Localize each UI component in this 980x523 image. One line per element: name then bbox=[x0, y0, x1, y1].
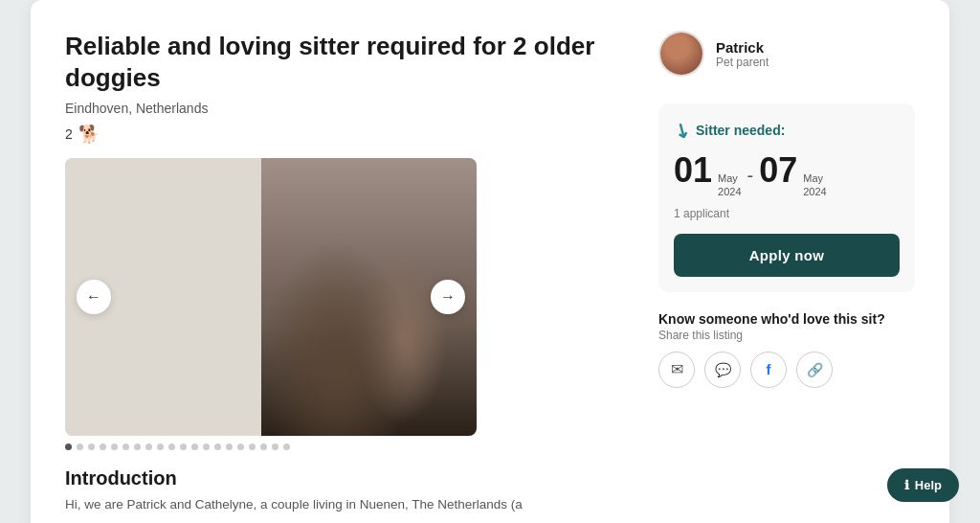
email-icon: ✉ bbox=[671, 360, 683, 378]
dot-15[interactable] bbox=[237, 443, 244, 450]
listing-title: Reliable and loving sitter required for … bbox=[65, 31, 628, 93]
carousel-images bbox=[65, 158, 477, 436]
end-year: 2024 bbox=[803, 185, 826, 198]
apply-now-button[interactable]: Apply now bbox=[674, 234, 900, 277]
dot-10[interactable] bbox=[180, 443, 187, 450]
carousel-next-button[interactable]: → bbox=[431, 280, 465, 314]
carousel-dots bbox=[65, 443, 628, 450]
dot-2[interactable] bbox=[88, 443, 95, 450]
link-icon: 🔗 bbox=[807, 362, 823, 377]
intro-title: Introduction bbox=[65, 467, 628, 489]
dot-18[interactable] bbox=[272, 443, 278, 450]
dot-7[interactable] bbox=[145, 443, 152, 450]
dot-8[interactable] bbox=[157, 443, 164, 450]
carousel-prev-button[interactable]: ← bbox=[77, 280, 111, 314]
parent-name: Patrick bbox=[716, 39, 768, 56]
start-month: May bbox=[718, 171, 741, 185]
intro-text: Hi, we are Patrick and Cathelyne, a coup… bbox=[65, 495, 628, 514]
end-month: May bbox=[803, 171, 826, 185]
dot-3[interactable] bbox=[100, 443, 106, 450]
parent-info: Patrick Pet parent bbox=[716, 39, 768, 69]
left-column: Reliable and loving sitter required for … bbox=[65, 31, 628, 514]
dot-12[interactable] bbox=[203, 443, 210, 450]
share-facebook-button[interactable]: f bbox=[750, 352, 787, 388]
share-link-button[interactable]: 🔗 bbox=[796, 352, 833, 388]
share-email-button[interactable]: ✉ bbox=[658, 352, 695, 388]
dot-0[interactable] bbox=[65, 443, 72, 450]
prev-arrow-icon: ← bbox=[86, 288, 101, 306]
help-button[interactable]: ℹ Help bbox=[887, 468, 959, 502]
avatar-image bbox=[660, 33, 702, 75]
facebook-icon: f bbox=[767, 361, 771, 377]
pet-parent-card: Patrick Pet parent bbox=[658, 31, 915, 88]
parent-role: Pet parent bbox=[716, 56, 768, 69]
dot-14[interactable] bbox=[226, 443, 233, 450]
sitter-needed-section: ↘ Sitter needed: 01 May 2024 - 07 May 20… bbox=[658, 103, 915, 292]
start-month-year: May 2024 bbox=[718, 171, 741, 199]
date-range: 01 May 2024 - 07 May 2024 bbox=[674, 153, 900, 199]
start-day: 01 bbox=[674, 153, 712, 188]
arrow-down-icon: ↘ bbox=[669, 116, 695, 144]
dog-icon: 🐕 bbox=[78, 124, 100, 145]
help-label: Help bbox=[915, 478, 942, 492]
listing-card: Reliable and loving sitter required for … bbox=[31, 0, 949, 523]
pet-count-row: 2 🐕 bbox=[65, 124, 628, 145]
start-year: 2024 bbox=[718, 185, 741, 198]
help-icon: ℹ bbox=[904, 478, 909, 492]
whatsapp-icon: 💬 bbox=[715, 362, 731, 377]
pet-count-number: 2 bbox=[65, 126, 73, 142]
dot-4[interactable] bbox=[111, 443, 118, 450]
end-day: 07 bbox=[759, 153, 797, 188]
dot-5[interactable] bbox=[122, 443, 129, 450]
next-arrow-icon: → bbox=[440, 288, 456, 306]
dot-6[interactable] bbox=[134, 443, 141, 450]
dot-1[interactable] bbox=[77, 443, 83, 450]
dot-13[interactable] bbox=[214, 443, 221, 450]
intro-section: Introduction Hi, we are Patrick and Cath… bbox=[65, 467, 628, 514]
image-carousel: ← → bbox=[65, 158, 477, 436]
share-subtitle: Share this listing bbox=[658, 329, 915, 342]
avatar bbox=[658, 31, 704, 77]
sitter-needed-label: ↘ Sitter needed: bbox=[674, 119, 900, 142]
listing-location: Eindhoven, Netherlands bbox=[65, 101, 628, 116]
dot-9[interactable] bbox=[168, 443, 175, 450]
share-whatsapp-button[interactable]: 💬 bbox=[704, 352, 741, 388]
date-separator: - bbox=[747, 165, 754, 187]
dot-11[interactable] bbox=[191, 443, 198, 450]
share-icons-row: ✉ 💬 f 🔗 bbox=[658, 352, 915, 388]
dot-17[interactable] bbox=[260, 443, 267, 450]
applicants-count: 1 applicant bbox=[674, 207, 900, 220]
share-section: Know someone who'd love this sit? Share … bbox=[658, 311, 915, 388]
share-title: Know someone who'd love this sit? bbox=[658, 311, 915, 327]
dot-16[interactable] bbox=[249, 443, 256, 450]
dot-19[interactable] bbox=[283, 443, 290, 450]
end-month-year: May 2024 bbox=[803, 171, 826, 199]
right-column: Patrick Pet parent ↘ Sitter needed: 01 M… bbox=[658, 31, 915, 514]
